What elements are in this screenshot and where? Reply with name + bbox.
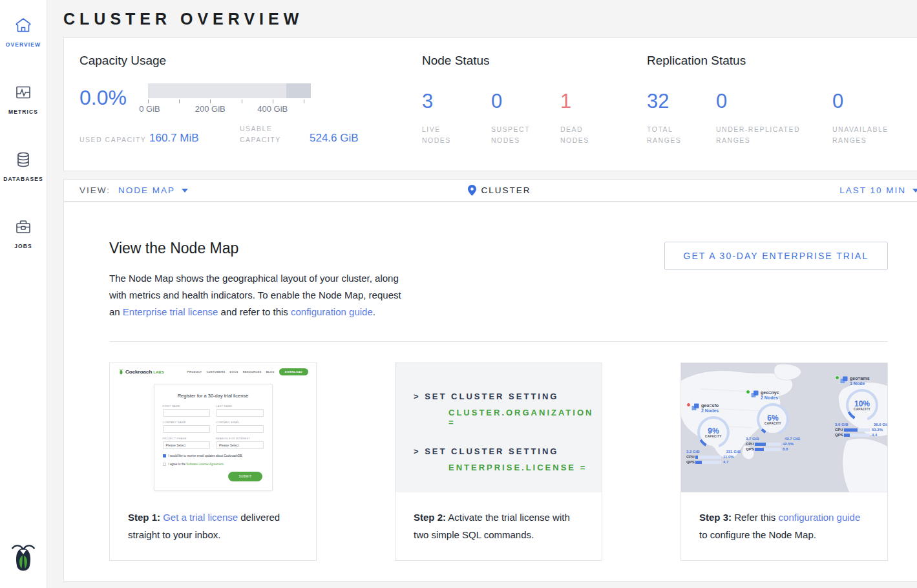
nodes-icon (691, 403, 699, 411)
sidebar-label-metrics: METRICS (8, 109, 38, 115)
cluster-summary-panel: Capacity Usage 0.0% 0 GiB 200 GiB (63, 37, 917, 171)
briefcase-icon (15, 218, 32, 238)
step2-code-block: > SET CLUSTER SETTING CLUSTER.ORGANIZATI… (395, 363, 602, 492)
configuration-guide-link[interactable]: configuration guide (291, 306, 373, 317)
capacity-usage-title: Capacity Usage (79, 54, 422, 68)
page-title: CLUSTER OVERVIEW (63, 0, 917, 37)
sidebar-item-databases[interactable]: DATABASES (0, 147, 47, 191)
tick-label-200: 200 GiB (195, 104, 226, 114)
used-capacity-value: 160.7 MiB (149, 132, 240, 145)
sidebar-label-databases: DATABASES (3, 176, 43, 182)
cockroach-logo (11, 543, 36, 579)
step1-caption: Step 1: Get a trial license delivered st… (110, 492, 316, 543)
mini-cockroach-logo: Cockroach LABS (119, 369, 164, 375)
total-ranges-value: 32 (647, 91, 715, 111)
step3-node-map-image: geo=sfo2 Nodes 9% CAPACITY 3.2 GiB331 Gi… (681, 363, 887, 492)
node-widget-sfo: geo=sfo2 Nodes 9% CAPACITY 3.2 GiB331 Gi… (686, 402, 741, 464)
tick-label-400: 400 GiB (257, 104, 288, 114)
sidebar-item-jobs[interactable]: JOBS (0, 215, 47, 258)
live-nodes-value: 3 (422, 91, 490, 111)
sidebar-item-overview[interactable]: OVERVIEW (0, 13, 47, 57)
replication-status-section: Replication Status 32 TOTALRANGES 0 UNDE… (647, 54, 917, 171)
usable-capacity-value: 524.6 GiB (310, 132, 400, 145)
view-selector-dropdown[interactable]: NODE MAP (118, 185, 188, 195)
view-bar: VIEW: NODE MAP CLUSTER LAST 10 MIN (63, 179, 917, 202)
step3-card: geo=sfo2 Nodes 9% CAPACITY 3.2 GiB331 Gi… (680, 362, 888, 561)
nodes-icon (840, 376, 848, 384)
step1-card: Cockroach LABS PRODUCT CUSTOMERS DOCS RE… (109, 362, 317, 561)
divider (109, 341, 888, 342)
mini-registration-form: Register for a 30-day trial license FIRS… (154, 384, 273, 491)
node-map-panel: View the Node Map The Node Map shows the… (63, 202, 917, 582)
mini-nav-links: PRODUCT CUSTOMERS DOCS RESOURCES BLOG DO… (183, 368, 308, 375)
home-icon (15, 17, 32, 36)
main-content: CLUSTER OVERVIEW Capacity Usage 0.0% (47, 0, 917, 588)
node-map-title: View the Node Map (109, 240, 406, 257)
sidebar-label-overview: OVERVIEW (6, 41, 41, 48)
database-icon (15, 151, 32, 171)
sql-command: > SET CLUSTER SETTING (414, 392, 602, 401)
under-replicated-ranges-stat: 0 UNDER-REPLICATEDRANGES (716, 83, 831, 146)
step1-screenshot: Cockroach LABS PRODUCT CUSTOMERS DOCS RE… (110, 363, 316, 492)
node-widget-ams: geo=ams1 Node 10% CAPACITY 3.6 GiB36.6 G… (835, 375, 887, 437)
sidebar: OVERVIEW METRICS DATABASES JOBS (0, 0, 47, 588)
under-replicated-ranges-value: 0 (716, 91, 831, 111)
unavailable-ranges-value: 0 (832, 91, 917, 111)
suspect-nodes-stat: 0 SUSPECTNODES (491, 83, 559, 146)
configuration-guide-link-step3[interactable]: configuration guide (779, 512, 861, 523)
capacity-usage-section: Capacity Usage 0.0% 0 GiB 200 GiB (79, 54, 422, 171)
status-dot-live-icon (835, 375, 839, 380)
step3-caption: Step 3: Refer this configuration guide t… (681, 492, 887, 543)
sql-argument: ENTERPRISE.LICENSE = (448, 463, 602, 472)
sidebar-item-metrics[interactable]: METRICS (0, 80, 47, 124)
live-nodes-stat: 3 LIVENODES (422, 83, 490, 146)
time-range-dropdown[interactable]: LAST 10 MIN (839, 185, 917, 195)
suspect-nodes-value: 0 (491, 91, 559, 111)
usable-capacity-label: USABLE CAPACITY (240, 123, 310, 145)
node-status-section: Node Status 3 LIVENODES 0 SUSPECTNODES 1 (422, 54, 647, 171)
unavailable-ranges-stat: 0 UNAVAILABLERANGES (832, 83, 917, 146)
app-window: OVERVIEW METRICS DATABASES JOBS (0, 0, 917, 588)
sidebar-label-jobs: JOBS (14, 243, 32, 249)
capacity-percent: 0.0% (79, 83, 148, 108)
sql-argument: CLUSTER.ORGANIZATION = (448, 408, 602, 427)
total-ranges-stat: 32 TOTALRANGES (647, 83, 715, 146)
chevron-down-icon (182, 189, 188, 193)
capacity-gauge: 0 GiB 200 GiB 400 GiB (148, 83, 311, 114)
metrics-icon (15, 84, 32, 103)
get-trial-license-link[interactable]: Get a trial license (163, 512, 238, 523)
cluster-breadcrumb: CLUSTER (467, 185, 531, 196)
tick-label-0: 0 GiB (139, 104, 160, 114)
view-label: VIEW: (79, 185, 111, 195)
status-dot-live-icon (746, 390, 750, 394)
get-enterprise-trial-button[interactable]: GET A 30-DAY ENTERPRISE TRIAL (664, 242, 889, 270)
enterprise-trial-license-link[interactable]: Enterprise trial license (123, 306, 218, 317)
node-map-description: The Node Map shows the geographical layo… (109, 270, 406, 320)
sql-command: > SET CLUSTER SETTING (414, 446, 602, 456)
status-dot-dead-icon (686, 403, 691, 407)
mini-download-button: DOWNLOAD (279, 368, 308, 375)
step2-caption: Step 2: Activate the trial license with … (395, 492, 602, 543)
node-widget-nyc: geo=nyc2 Nodes 6% CAPACITY 3.7 GiB43.7 G… (746, 389, 800, 451)
dead-nodes-stat: 1 DEADNODES (560, 83, 628, 146)
nodes-icon (751, 390, 759, 398)
node-status-title: Node Status (422, 54, 647, 68)
step2-card: > SET CLUSTER SETTING CLUSTER.ORGANIZATI… (395, 362, 602, 561)
dead-nodes-value: 1 (560, 91, 628, 111)
replication-status-title: Replication Status (647, 54, 917, 68)
chevron-down-icon (912, 189, 917, 193)
location-pin-icon (467, 185, 476, 196)
used-capacity-label: USED CAPACITY (79, 134, 149, 145)
